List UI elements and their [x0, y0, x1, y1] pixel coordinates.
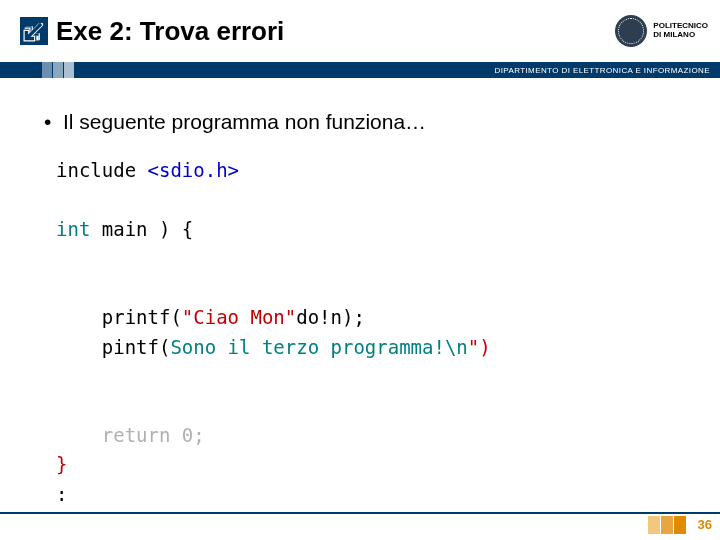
logo-seal-icon — [615, 15, 647, 47]
code-l4b: Sono il terzo programma!\n — [170, 336, 467, 358]
page-number: 36 — [698, 517, 712, 532]
header-strip: DIPARTIMENTO DI ELETTRONICA E INFORMAZIO… — [0, 62, 720, 78]
code-l1a: include — [56, 159, 148, 181]
logo-text: POLITECNICO DI MILANO — [653, 22, 708, 40]
code-l3a: printf( — [56, 306, 182, 328]
code-l5a: return — [56, 424, 182, 446]
code-l7: : — [56, 483, 67, 505]
code-block: include <sdio.h> int main ) { printf("Ci… — [56, 156, 692, 509]
slide-footer: 36 — [0, 512, 720, 540]
bullet-text: • Il seguente programma non funziona… — [44, 110, 692, 134]
bullet-content: Il seguente programma non funziona… — [63, 110, 426, 133]
code-l3b: "Ciao Mon" — [182, 306, 296, 328]
footer-decor-icon — [648, 516, 686, 534]
code-l4c: ") — [468, 336, 491, 358]
slide-body: • Il seguente programma non funziona… in… — [0, 78, 720, 509]
code-l5b: 0 — [182, 424, 193, 446]
code-l5c: ; — [193, 424, 204, 446]
code-l1b: <sdio.h> — [148, 159, 240, 181]
logo-line2: DI MILANO — [653, 31, 708, 40]
code-l4a: pintf( — [56, 336, 170, 358]
code-l2d: { — [170, 218, 193, 240]
footer-divider — [0, 512, 720, 514]
code-l3d: ); — [342, 306, 365, 328]
department-label: DIPARTIMENTO DI ELETTRONICA E INFORMAZIO… — [495, 66, 711, 75]
code-l3c: do!n — [296, 306, 342, 328]
code-l2c: ) — [159, 218, 170, 240]
code-l2b: main — [90, 218, 159, 240]
university-logo: POLITECNICO DI MILANO — [615, 15, 708, 47]
code-l2a: int — [56, 218, 90, 240]
strip-decor-icon — [42, 62, 74, 78]
code-l6: } — [56, 453, 67, 475]
arrow-down-left-icon — [20, 17, 48, 45]
slide-title: Exe 2: Trova errori — [56, 16, 615, 47]
slide-header: Exe 2: Trova errori POLITECNICO DI MILAN… — [0, 0, 720, 62]
